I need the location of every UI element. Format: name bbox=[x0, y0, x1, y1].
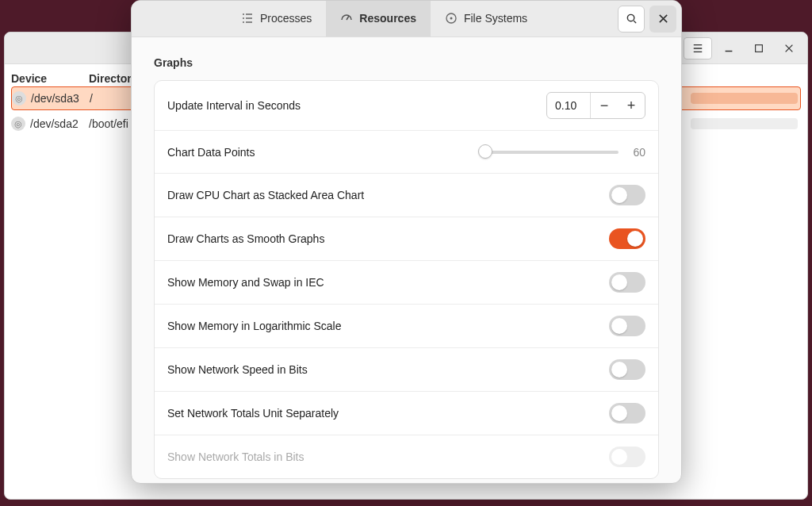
cpu-stacked-toggle[interactable] bbox=[609, 185, 645, 205]
setting-smooth-graphs: Draw Charts as Smooth Graphs bbox=[155, 217, 658, 261]
setting-label: Show Network Speed in Bits bbox=[167, 363, 609, 376]
maximize-button[interactable] bbox=[745, 37, 772, 59]
smooth-graphs-toggle[interactable] bbox=[609, 228, 645, 249]
setting-net-bits: Show Network Speed in Bits bbox=[155, 348, 658, 392]
setting-label: Draw CPU Chart as Stacked Area Chart bbox=[167, 189, 609, 201]
setting-label: Draw Charts as Smooth Graphs bbox=[167, 232, 609, 245]
svg-point-2 bbox=[450, 17, 452, 19]
chart-data-points-slider[interactable] bbox=[480, 151, 619, 154]
spinner-decrement-button[interactable]: − bbox=[591, 93, 618, 118]
section-title: Graphs bbox=[154, 56, 659, 69]
disk-icon: ◎ bbox=[11, 117, 25, 131]
setting-label: Update Interval in Seconds bbox=[167, 99, 546, 112]
net-totals-bits-toggle bbox=[609, 447, 645, 467]
usage-bar bbox=[691, 93, 798, 104]
disk-icon: ◎ bbox=[12, 91, 26, 105]
usage-bar bbox=[691, 118, 798, 129]
list-icon bbox=[241, 12, 254, 25]
tab-resources[interactable]: Resources bbox=[326, 1, 431, 36]
hamburger-menu-button[interactable] bbox=[684, 37, 712, 59]
spinner-increment-button[interactable]: + bbox=[618, 93, 645, 118]
settings-list: Update Interval in Seconds 0.10 − + Char… bbox=[154, 80, 659, 479]
setting-chart-data-points: Chart Data Points 60 bbox=[155, 131, 658, 174]
setting-label: Show Memory in Logarithmic Scale bbox=[167, 320, 609, 332]
mem-log-toggle[interactable] bbox=[609, 316, 645, 336]
net-bits-toggle[interactable] bbox=[609, 359, 645, 380]
mem-iec-toggle[interactable] bbox=[609, 272, 645, 293]
slider-thumb[interactable] bbox=[478, 144, 492, 159]
disk-icon bbox=[445, 12, 458, 25]
tabs: Processes Resources File Systems bbox=[227, 1, 542, 36]
setting-label: Show Memory and Swap in IEC bbox=[167, 276, 609, 289]
setting-label: Show Network Totals in Bits bbox=[167, 450, 609, 463]
dialog-header: Processes Resources File Systems bbox=[132, 1, 681, 37]
setting-cpu-stacked: Draw CPU Chart as Stacked Area Chart bbox=[155, 174, 658, 217]
search-icon bbox=[626, 13, 638, 25]
setting-label: Set Network Totals Unit Separately bbox=[167, 407, 609, 420]
column-header-device[interactable]: Device bbox=[11, 72, 89, 85]
setting-update-interval: Update Interval in Seconds 0.10 − + bbox=[155, 81, 658, 131]
update-interval-spinner: 0.10 − + bbox=[546, 92, 645, 119]
minimize-button[interactable] bbox=[715, 37, 742, 59]
device-name: /dev/sda3 bbox=[31, 92, 79, 105]
svg-rect-0 bbox=[756, 44, 763, 52]
tab-label: Processes bbox=[260, 12, 312, 25]
tab-file-systems[interactable]: File Systems bbox=[431, 1, 542, 36]
tab-processes[interactable]: Processes bbox=[227, 1, 326, 36]
tab-label: Resources bbox=[359, 12, 416, 25]
device-name: /dev/sda2 bbox=[30, 117, 79, 130]
setting-mem-log: Show Memory in Logarithmic Scale bbox=[155, 305, 658, 348]
close-icon bbox=[657, 13, 669, 25]
svg-point-3 bbox=[627, 14, 634, 21]
slider-value: 60 bbox=[630, 146, 645, 159]
spinner-value[interactable]: 0.10 bbox=[547, 93, 591, 118]
dialog-body: Graphs Update Interval in Seconds 0.10 −… bbox=[132, 37, 681, 483]
preferences-dialog: Processes Resources File Systems Graphs … bbox=[131, 0, 682, 484]
tab-label: File Systems bbox=[464, 12, 527, 25]
search-button[interactable] bbox=[618, 6, 645, 33]
net-totals-separate-toggle[interactable] bbox=[609, 403, 645, 424]
window-close-button[interactable] bbox=[776, 37, 802, 59]
setting-net-totals-separate: Set Network Totals Unit Separately bbox=[155, 392, 658, 435]
setting-label: Chart Data Points bbox=[167, 146, 480, 159]
dialog-close-button[interactable] bbox=[649, 6, 676, 33]
setting-mem-iec: Show Memory and Swap in IEC bbox=[155, 261, 658, 305]
gauge-icon bbox=[340, 12, 353, 25]
setting-net-totals-bits: Show Network Totals in Bits bbox=[155, 435, 658, 478]
